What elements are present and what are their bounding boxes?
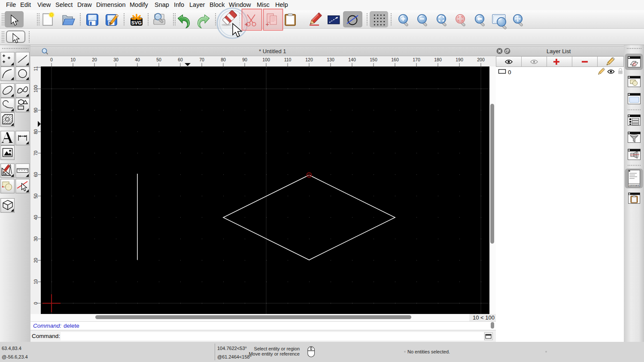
svg-text:100: 100 — [262, 57, 270, 62]
svg-text:200: 200 — [477, 57, 485, 62]
svg-text:40: 40 — [135, 57, 140, 62]
svg-text:80: 80 — [221, 57, 226, 62]
svg-text:50: 50 — [156, 57, 161, 62]
svg-text:0: 0 — [50, 57, 53, 62]
svg-text:130: 130 — [327, 57, 334, 62]
svg-text:90: 90 — [242, 57, 247, 62]
svg-text:110: 110 — [284, 57, 292, 62]
svg-text:60: 60 — [178, 57, 183, 62]
svg-text:70: 70 — [199, 57, 204, 62]
svg-text:SVG: SVG — [131, 20, 142, 25]
svg-text:30: 30 — [113, 57, 118, 62]
svg-text:150: 150 — [370, 57, 377, 62]
svg-text:190: 190 — [456, 57, 463, 62]
svg-text:0: 0 — [508, 69, 511, 75]
svg-text:10: 10 — [70, 57, 76, 62]
svg-text:160: 160 — [391, 57, 399, 62]
svg-text:120: 120 — [305, 57, 313, 62]
svg-text:180: 180 — [434, 57, 442, 62]
svg-text:140: 140 — [348, 57, 356, 62]
svg-text:command: command — [629, 184, 639, 187]
svg-text:170: 170 — [413, 57, 420, 62]
svg-text:20: 20 — [92, 57, 97, 62]
